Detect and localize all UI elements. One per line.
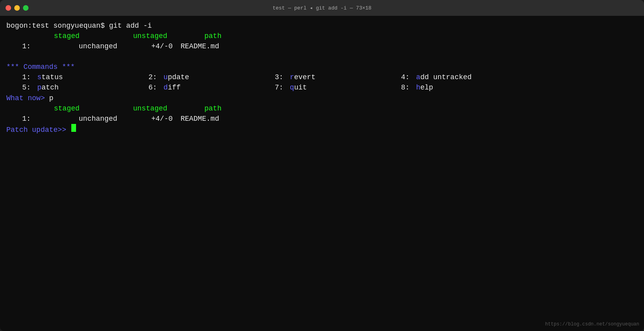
cmd2-prefix: u — [164, 72, 168, 82]
prompt-line: bogon:test songyuequan$ git add -i — [6, 21, 638, 31]
prompt-text: bogon:test songyuequan$ git add -i — [6, 21, 152, 31]
titlebar: test — perl ◂ git add -i — 73×18 — [0, 0, 644, 16]
cmd4-prefix: a — [416, 72, 420, 82]
row2-num: 1: — [22, 114, 46, 124]
patch-update-text: Patch update>> — [6, 125, 70, 135]
unstaged-header-2: unstaged — [133, 103, 204, 114]
staged-header-1: staged — [54, 31, 133, 41]
maximize-button[interactable] — [23, 5, 29, 11]
row1-unstaged: +4/-0 — [133, 41, 181, 51]
cmd8-prefix: h — [416, 82, 420, 93]
cmd3-num: 3: — [275, 72, 287, 82]
cmd4-rest: dd untracked — [420, 72, 472, 82]
commands-row-2: 5: patch 6: diff 7: quit 8: help — [6, 82, 638, 93]
commands-row-1: 1: status 2: update 3: revert 4: add unt… — [6, 72, 638, 82]
data-row-2: 1: unchanged +4/-0 README.md — [6, 114, 638, 124]
path-header-2: path — [204, 103, 221, 114]
cmd2-rest: pdate — [168, 72, 275, 82]
cmd6-rest: iff — [168, 82, 275, 93]
data-row-1: 1: unchanged +4/-0 README.md — [6, 41, 638, 51]
cmd1-num: 1: — [22, 72, 34, 82]
row1-num: 1: — [22, 41, 46, 51]
header-row-2: staged unstaged path — [6, 103, 638, 114]
close-button[interactable] — [6, 5, 11, 11]
cmd8-num: 8: — [401, 82, 413, 93]
watermark: https://blog.csdn.net/songyuequan — [545, 321, 639, 328]
path-header-1: path — [204, 31, 221, 41]
cmd3-prefix: r — [290, 72, 294, 82]
cmd7-prefix: q — [290, 82, 294, 93]
cmd7-num: 7: — [275, 82, 287, 93]
terminal-content[interactable]: bogon:test songyuequan$ git add -i stage… — [0, 16, 644, 331]
header-row-1: staged unstaged path — [6, 31, 638, 41]
cmd8-rest: elp — [420, 82, 433, 93]
cmd2-num: 2: — [149, 72, 160, 82]
row1-path: README.md — [181, 41, 219, 51]
row2-path: README.md — [181, 114, 219, 124]
cmd7-rest: uit — [294, 82, 401, 93]
commands-header: *** Commands *** — [6, 62, 75, 72]
terminal-window: test — perl ◂ git add -i — 73×18 bogon:t… — [0, 0, 644, 331]
what-now-text: What now> — [6, 93, 49, 103]
cmd4-num: 4: — [401, 72, 413, 82]
cmd5-prefix: p — [37, 82, 42, 93]
row2-unstaged: +4/-0 — [133, 114, 181, 124]
patch-update-line: Patch update>> — [6, 124, 638, 135]
unstaged-header-1: unstaged — [133, 31, 204, 41]
staged-header-2: staged — [54, 103, 133, 114]
spacer-1 — [6, 51, 638, 62]
cmd1-prefix: s — [37, 72, 42, 82]
cmd6-prefix: d — [164, 82, 168, 93]
minimize-button[interactable] — [14, 5, 20, 11]
cmd3-rest: evert — [294, 72, 401, 82]
row1-staged: unchanged — [46, 41, 133, 51]
commands-header-line: *** Commands *** — [6, 62, 638, 72]
what-now-line: What now> p — [6, 93, 638, 103]
cmd5-rest: atch — [42, 82, 149, 93]
terminal-cursor — [71, 124, 76, 132]
traffic-lights — [6, 5, 29, 11]
window-title: test — perl ◂ git add -i — 73×18 — [272, 5, 372, 11]
cmd6-num: 6: — [149, 82, 160, 93]
what-now-input: p — [49, 93, 53, 103]
row2-staged: unchanged — [46, 114, 133, 124]
cmd1-rest: tatus — [42, 72, 149, 82]
cmd5-num: 5: — [22, 82, 34, 93]
